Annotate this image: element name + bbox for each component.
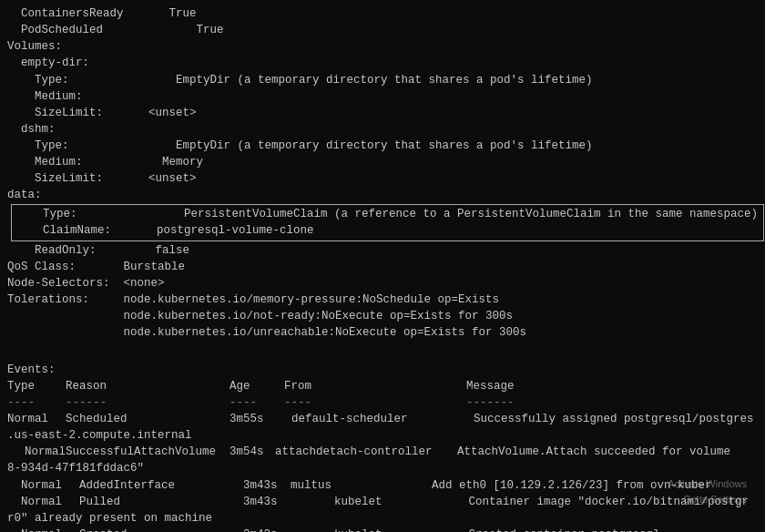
- line-type-dshm: Type: EmptyDir (a temporary directory th…: [7, 138, 758, 154]
- line-sizelimit-emptydir: SizeLimit: <unset>: [7, 105, 758, 121]
- event-attach-volume: NormalSuccessfulAttachVolume3m54sattachd…: [7, 444, 758, 460]
- line-qos: QoS Class: Burstable: [7, 259, 758, 275]
- line-node-selectors: Node-Selectors: <none>: [7, 275, 758, 292]
- event-scheduled: NormalScheduled3m55sdefault-scheduler Su…: [7, 411, 758, 427]
- line-data-label: data:: [7, 187, 758, 203]
- watermark-line1: Activate Windows: [668, 478, 747, 489]
- line-type-emptydir: Type: EmptyDir (a temporary directory th…: [7, 72, 758, 88]
- event-scheduled-cont: .us-east-2.compute.internal: [7, 427, 758, 444]
- line-readonly: ReadOnly: false: [7, 242, 758, 259]
- line-tolerations: Tolerations: node.kubernetes.io/memory-p…: [7, 292, 758, 308]
- line-type-pvc: Type: PersistentVolumeClaim (a reference…: [15, 206, 758, 222]
- line-empty-dir: empty-dir:: [7, 55, 758, 71]
- line-claimname: ClaimName: postgresql-volume-clone: [15, 222, 758, 239]
- highlight-box-container: Type: PersistentVolumeClaim (a reference…: [11, 204, 764, 241]
- line-sizelimit-dshm: SizeLimit: <unset>: [7, 170, 758, 187]
- watermark-line2: Go to Settings: [683, 494, 747, 505]
- line-toleration3: node.kubernetes.io/unreachable:NoExecute…: [7, 324, 758, 341]
- events-table-header: TypeReasonAgeFromMessage: [7, 378, 758, 394]
- line-pod-scheduled: PodScheduled True: [7, 22, 758, 38]
- event-addediface: NormalAddedInterface3m43smultus Add eth0…: [7, 477, 758, 494]
- windows-watermark: Activate Windows Go to Settings: [668, 476, 747, 506]
- event-created: NormalCreated3m42skubelet Created contai…: [7, 527, 758, 532]
- events-heading: Events:: [7, 362, 758, 378]
- events-separator: -------------------------: [7, 394, 758, 411]
- event-pulled: NormalPulled3m43skubelet Container image…: [7, 494, 758, 510]
- terminal: ContainersReady True PodScheduled True V…: [0, 0, 765, 532]
- line-medium-emptydir: Medium:: [7, 88, 758, 105]
- line-medium-dshm: Medium: Memory: [7, 154, 758, 170]
- line-volumes: Volumes:: [7, 38, 758, 55]
- event-attach-cont: 8-934d-47f181fddac6": [7, 460, 758, 476]
- events-label: [7, 345, 758, 362]
- line-dshm: dshm:: [7, 121, 758, 138]
- event-pulled-cont: r0" already present on machine: [7, 510, 758, 527]
- line-containers-ready: ContainersReady True: [7, 5, 758, 22]
- line-toleration2: node.kubernetes.io/not-ready:NoExecute o…: [7, 308, 758, 324]
